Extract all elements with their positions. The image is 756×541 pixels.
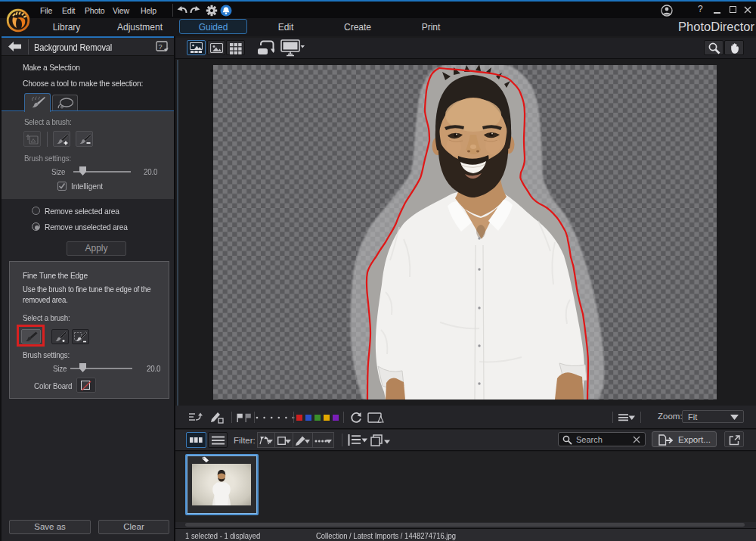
svg-text:?: ? xyxy=(158,43,162,51)
